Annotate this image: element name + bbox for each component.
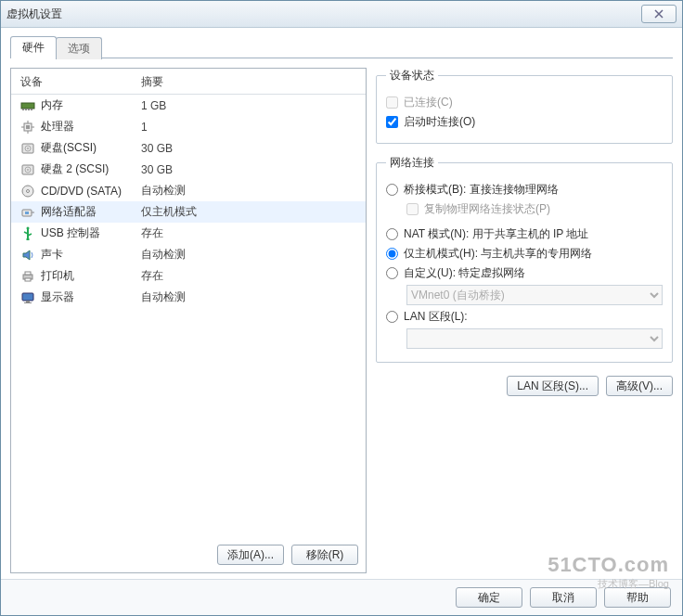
svg-rect-20 (25, 212, 29, 214)
close-icon (653, 9, 664, 19)
hardware-row-cd[interactable]: CD/DVD (SATA)自动检测 (11, 180, 366, 201)
ok-button[interactable]: 确定 (456, 587, 522, 608)
net-icon (20, 205, 35, 220)
hardware-row-disk[interactable]: 硬盘(SCSI)30 GB (11, 137, 366, 159)
svg-rect-24 (25, 272, 31, 275)
col-summary: 摘要 (141, 74, 163, 90)
svg-point-13 (27, 148, 29, 149)
network-connection-legend: 网络连接 (386, 155, 438, 171)
hardware-row-usb[interactable]: USB 控制器存在 (11, 223, 366, 244)
svg-rect-4 (31, 109, 32, 110)
svg-rect-3 (28, 109, 30, 110)
svg-rect-1 (22, 109, 24, 110)
col-device: 设备 (20, 74, 141, 90)
tab-options[interactable]: 选项 (56, 37, 102, 59)
svg-point-18 (27, 189, 30, 192)
nat-radio[interactable] (386, 228, 398, 240)
hardware-summary: 1 (141, 121, 148, 134)
bridged-label: 桥接模式(B): 直接连接物理网络 (404, 182, 559, 198)
advanced-button[interactable]: 高级(V)... (606, 376, 673, 396)
hardware-summary: 30 GB (141, 163, 173, 176)
usb-icon (20, 226, 35, 241)
window-title: 虚拟机设置 (6, 6, 62, 22)
hardware-summary: 自动检测 (141, 247, 186, 263)
help-button[interactable]: 帮助 (604, 587, 671, 608)
hardware-name: 打印机 (41, 268, 141, 284)
hardware-row-net[interactable]: 网络适配器仅主机模式 (11, 201, 366, 223)
connected-checkbox (386, 96, 398, 109)
hardware-list[interactable]: 内存1 GB处理器1硬盘(SCSI)30 GB硬盘 2 (SCSI)30 GBC… (11, 95, 366, 537)
sound-icon (20, 248, 35, 263)
printer-icon (20, 269, 35, 284)
hardware-row-display[interactable]: 显示器自动检测 (11, 287, 366, 308)
hardware-summary: 自动检测 (141, 289, 186, 305)
svg-rect-26 (22, 293, 33, 301)
svg-rect-25 (25, 278, 31, 281)
replicate-checkbox (406, 203, 419, 215)
vmnet-select: VMnet0 (自动桥接) (406, 285, 663, 305)
hardware-list-header: 设备 摘要 (11, 69, 366, 95)
titlebar: 虚拟机设置 (1, 1, 682, 28)
hardware-summary: 30 GB (141, 142, 173, 155)
connected-label: 已连接(C) (404, 95, 453, 110)
device-state-group: 设备状态 已连接(C) 启动时连接(O) (376, 68, 673, 144)
svg-rect-22 (27, 238, 30, 240)
lan-segment-radio[interactable] (386, 311, 398, 323)
hardware-name: CD/DVD (SATA) (41, 185, 141, 198)
hardware-summary: 存在 (141, 268, 163, 284)
disk-icon (20, 162, 35, 177)
hardware-name: 网络适配器 (41, 204, 141, 220)
connect-at-power-on-checkbox[interactable] (386, 116, 398, 128)
hardware-row-sound[interactable]: 声卡自动检测 (11, 244, 366, 265)
custom-label: 自定义(U): 特定虚拟网络 (404, 265, 525, 281)
network-connection-group: 网络连接 桥接模式(B): 直接连接物理网络 复制物理网络连接状态(P) NAT… (376, 155, 673, 363)
hardware-name: 显示器 (41, 289, 141, 305)
hardware-name: 声卡 (41, 247, 141, 263)
replicate-label: 复制物理网络连接状态(P) (424, 201, 550, 217)
device-state-legend: 设备状态 (386, 68, 438, 83)
memory-icon (20, 98, 35, 113)
hostonly-label: 仅主机模式(H): 与主机共享的专用网络 (404, 246, 592, 262)
nat-label: NAT 模式(N): 用于共享主机的 IP 地址 (404, 226, 588, 242)
svg-point-21 (27, 226, 30, 229)
remove-button[interactable]: 移除(R) (291, 545, 358, 565)
dialog-footer: 确定 取消 帮助 (1, 579, 682, 615)
hardware-summary: 仅主机模式 (141, 204, 197, 220)
tabstrip: 硬件 选项 (10, 35, 673, 58)
hardware-name: 硬盘 2 (SCSI) (41, 161, 141, 177)
hardware-name: 硬盘(SCSI) (41, 140, 141, 156)
disk-icon (20, 141, 35, 156)
svg-rect-2 (25, 109, 27, 110)
hostonly-radio[interactable] (386, 248, 398, 260)
svg-rect-27 (26, 301, 30, 302)
hardware-row-memory[interactable]: 内存1 GB (11, 95, 366, 116)
tab-hardware[interactable]: 硬件 (10, 36, 57, 58)
add-button[interactable]: 添加(A)... (217, 545, 284, 565)
lan-segment-label: LAN 区段(L): (404, 309, 468, 325)
svg-rect-28 (24, 302, 32, 303)
hardware-name: USB 控制器 (41, 225, 141, 241)
hardware-summary: 1 GB (141, 99, 166, 112)
hardware-panel: 设备 摘要 内存1 GB处理器1硬盘(SCSI)30 GB硬盘 2 (SCSI)… (10, 68, 367, 573)
custom-radio[interactable] (386, 267, 398, 279)
lan-segment-select (406, 328, 663, 349)
hardware-summary: 自动检测 (141, 183, 186, 199)
bridged-radio[interactable] (386, 184, 398, 196)
hardware-name: 内存 (41, 97, 141, 113)
close-button[interactable] (641, 5, 677, 23)
hardware-summary: 存在 (141, 225, 163, 241)
cpu-icon (20, 120, 35, 135)
cancel-button[interactable]: 取消 (530, 587, 597, 608)
hardware-row-printer[interactable]: 打印机存在 (11, 265, 366, 287)
svg-point-16 (27, 169, 29, 171)
svg-rect-6 (26, 125, 30, 129)
hardware-name: 处理器 (41, 119, 141, 135)
cd-icon (20, 184, 35, 199)
display-icon (20, 290, 35, 305)
connect-at-power-on-label: 启动时连接(O) (404, 114, 475, 130)
hardware-row-disk[interactable]: 硬盘 2 (SCSI)30 GB (11, 159, 366, 180)
hardware-row-cpu[interactable]: 处理器1 (11, 116, 366, 137)
svg-rect-0 (21, 103, 34, 109)
lan-segments-button[interactable]: LAN 区段(S)... (507, 376, 599, 396)
